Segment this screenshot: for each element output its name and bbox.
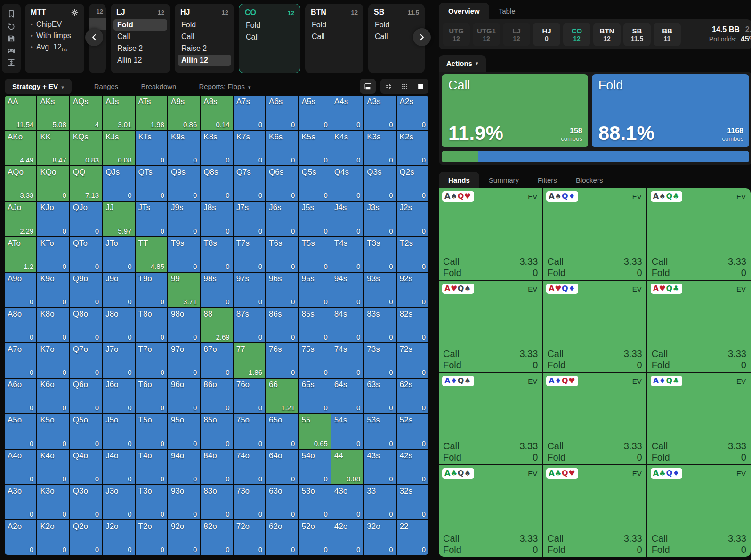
matrix-cell-q9o[interactable]: Q9o0: [70, 273, 102, 307]
matrix-cell-82o[interactable]: 82o0: [201, 520, 232, 555]
actions-dropdown[interactable]: Actions▾: [439, 55, 486, 72]
action-card-call[interactable]: Call11.9%158combos: [442, 74, 588, 147]
matrix-cell-88[interactable]: 882.69: [201, 308, 232, 342]
matrix-cell-j2o[interactable]: J2o0: [103, 520, 134, 555]
matrix-cell-86o[interactable]: 86o0: [201, 379, 232, 413]
matrix-cell-a5s[interactable]: A5s0: [299, 96, 330, 130]
tab-ranges[interactable]: Ranges: [94, 79, 119, 94]
matrix-cell-76o[interactable]: 76o0: [234, 379, 265, 413]
matrix-cell-72o[interactable]: 72o0: [234, 520, 265, 555]
matrix-cell-k4o[interactable]: K4o0: [37, 450, 69, 484]
matrix-cell-t3s[interactable]: T3s0: [364, 237, 396, 272]
matrix-cell-75o[interactable]: 75o0: [234, 414, 265, 448]
height-adjust-icon[interactable]: [7, 58, 16, 67]
matrix-cell-a5o[interactable]: A5o0: [5, 414, 36, 448]
matrix-cell-aks[interactable]: AKs5.08: [37, 96, 69, 130]
matrix-cell-q8s[interactable]: Q8s0: [201, 166, 232, 201]
matrix-cell-k3o[interactable]: K3o0: [37, 485, 69, 519]
matrix-cell-k9s[interactable]: K9s0: [168, 131, 200, 165]
matrix-cell-j4s[interactable]: J4s0: [331, 202, 363, 236]
scroll-left-button[interactable]: [85, 28, 103, 46]
matrix-cell-kjs[interactable]: KJs0.08: [103, 131, 134, 165]
combo-card-aheart-qdiamond[interactable]: A♥Q♦EVCall3.33Fold0: [543, 281, 646, 372]
matrix-cell-k8o[interactable]: K8o0: [37, 308, 69, 342]
matrix-cell-33[interactable]: 330: [364, 485, 396, 519]
matrix-cell-76s[interactable]: 76s0: [266, 343, 298, 378]
matrix-cell-t2o[interactable]: T2o0: [136, 520, 167, 555]
matrix-cell-t6o[interactable]: T6o0: [136, 379, 167, 413]
action-row-sb-fold[interactable]: Fold: [371, 19, 422, 31]
matrix-cell-k9o[interactable]: K9o0: [37, 273, 69, 307]
matrix-cell-qjs[interactable]: QJs0: [103, 166, 134, 201]
matrix-cell-63s[interactable]: 63s0: [364, 379, 396, 413]
matrix-cell-73s[interactable]: 73s0: [364, 343, 396, 378]
matrix-cell-t7s[interactable]: T7s0: [234, 237, 265, 272]
matrix-cell-qto[interactable]: QTo0: [70, 237, 102, 272]
matrix-cell-j4o[interactable]: J4o0: [103, 450, 134, 484]
matrix-cell-qjo[interactable]: QJo0: [70, 202, 102, 236]
matrix-cell-a6s[interactable]: A6s0: [266, 96, 298, 130]
matrix-cell-kto[interactable]: KTo0: [37, 237, 69, 272]
matrix-cell-k7o[interactable]: K7o0: [37, 343, 69, 378]
matrix-cell-93s[interactable]: 93s0: [364, 273, 396, 307]
action-row-hj-raise-2[interactable]: Raise 2: [178, 43, 231, 54]
tab-blockers[interactable]: Blockers: [566, 172, 613, 188]
matrix-cell-k2s[interactable]: K2s0: [397, 131, 428, 165]
matrix-cell-q4s[interactable]: Q4s0: [331, 166, 363, 201]
matrix-cell-a4o[interactable]: A4o0: [5, 450, 36, 484]
action-row-co-fold[interactable]: Fold: [242, 20, 297, 31]
combo-card-aclub-qdiamond[interactable]: A♣Q♦EVCall3.33Fold0: [647, 465, 751, 557]
matrix-cell-a9o[interactable]: A9o0: [5, 273, 36, 307]
matrix-cell-t4o[interactable]: T4o0: [136, 450, 167, 484]
matrix-cell-t8s[interactable]: T8s0: [201, 237, 232, 272]
matrix-cell-52s[interactable]: 52s0: [397, 414, 428, 448]
matrix-cell-72s[interactable]: 72s0: [397, 343, 428, 378]
matrix-cell-42s[interactable]: 42s0: [397, 450, 428, 484]
matrix-cell-j6o[interactable]: J6o0: [103, 379, 134, 413]
matrix-cell-kts[interactable]: KTs0: [136, 131, 167, 165]
bookmark-icon[interactable]: [7, 9, 16, 19]
matrix-cell-jj[interactable]: JJ5.97: [103, 202, 134, 236]
matrix-cell-44[interactable]: 440.08: [331, 450, 363, 484]
action-row-lj-allin-12[interactable]: Allin 12: [113, 55, 167, 66]
combo-card-aheart-qspade[interactable]: A♥Q♠EVCall3.33Fold0: [439, 281, 542, 372]
combo-card-aspade-qheart[interactable]: A♠Q♥EVCall3.33Fold0: [439, 188, 542, 280]
matrix-cell-96o[interactable]: 96o0: [168, 379, 200, 413]
matrix-cell-a2s[interactable]: A2s0: [397, 96, 428, 130]
matrix-cell-84o[interactable]: 84o0: [201, 450, 232, 484]
action-row-hj-fold[interactable]: Fold: [178, 19, 231, 31]
matrix-cell-55[interactable]: 550.65: [299, 414, 330, 448]
tab-breakdown[interactable]: Breakdown: [141, 79, 176, 94]
action-row-hj-allin-12[interactable]: Allin 12: [178, 55, 231, 66]
scroll-right-button[interactable]: [413, 28, 431, 46]
collapse-view-icon[interactable]: [380, 79, 396, 94]
matrix-cell-ako[interactable]: AKo4.49: [5, 131, 36, 165]
gamepad-icon[interactable]: [7, 46, 16, 55]
save-icon[interactable]: [7, 34, 16, 43]
matrix-cell-a6o[interactable]: A6o0: [5, 379, 36, 413]
matrix-cell-t4s[interactable]: T4s0: [331, 237, 363, 272]
tab-strategy-ev[interactable]: Strategy + EV▾: [5, 79, 72, 94]
tab-filters[interactable]: Filters: [528, 172, 566, 188]
seat-chip-utg1[interactable]: UTG112: [473, 23, 500, 46]
matrix-cell-96s[interactable]: 96s0: [266, 273, 298, 307]
matrix-cell-kk[interactable]: KK8.47: [37, 131, 69, 165]
tab-summary[interactable]: Summary: [479, 172, 528, 188]
matrix-cell-42o[interactable]: 42o0: [331, 520, 363, 555]
matrix-cell-74s[interactable]: 74s0: [331, 343, 363, 378]
matrix-cell-k5s[interactable]: K5s0: [299, 131, 330, 165]
matrix-cell-a2o[interactable]: A2o0: [5, 520, 36, 555]
matrix-cell-aa[interactable]: AA11.54: [5, 96, 36, 130]
matrix-cell-93o[interactable]: 93o0: [168, 485, 200, 519]
matrix-cell-ajs[interactable]: AJs3.01: [103, 96, 134, 130]
matrix-cell-77[interactable]: 771.86: [234, 343, 265, 378]
matrix-cell-q2s[interactable]: Q2s0: [397, 166, 428, 201]
matrix-cell-74o[interactable]: 74o0: [234, 450, 265, 484]
tab-table[interactable]: Table: [489, 3, 525, 19]
matrix-cell-a8s[interactable]: A8s0.14: [201, 96, 232, 130]
matrix-cell-t9s[interactable]: T9s0: [168, 237, 200, 272]
matrix-cell-t2s[interactable]: T2s0: [397, 237, 428, 272]
matrix-cell-q8o[interactable]: Q8o0: [70, 308, 102, 342]
matrix-cell-64o[interactable]: 64o0: [266, 450, 298, 484]
combo-card-aclub-qheart[interactable]: A♣Q♥EVCall3.33Fold0: [543, 465, 646, 557]
